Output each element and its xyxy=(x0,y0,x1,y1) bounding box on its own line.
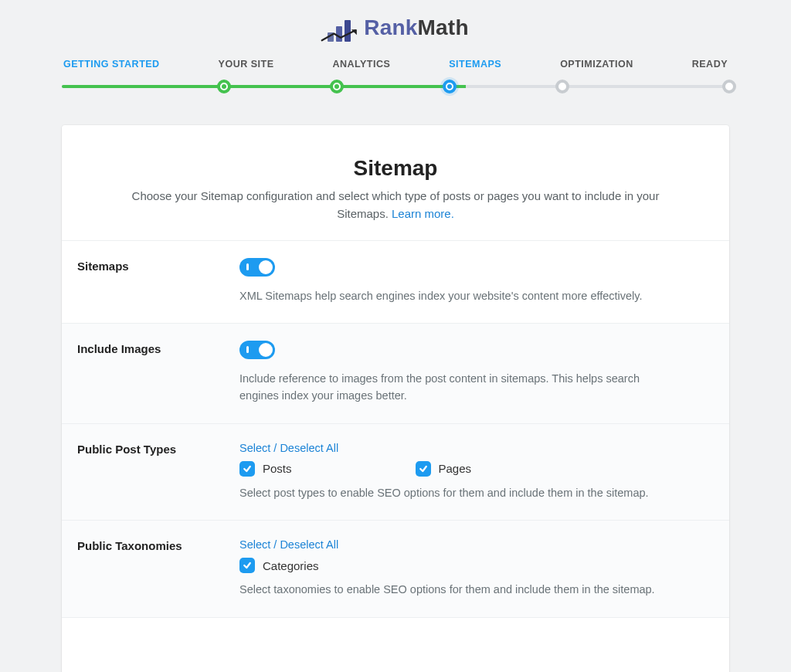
label-post-types: Public Post Types xyxy=(77,441,216,501)
check-categories[interactable]: Categories xyxy=(239,558,319,573)
step-analytics[interactable]: ANALYTICS xyxy=(332,59,390,70)
step-optimization[interactable]: OPTIMIZATION xyxy=(560,59,633,70)
step-node-optimization[interactable] xyxy=(555,80,569,93)
toggle-sitemaps[interactable] xyxy=(239,258,275,277)
check-categories-label: Categories xyxy=(263,559,319,572)
step-node-your-site[interactable] xyxy=(217,80,231,93)
step-node-ready[interactable] xyxy=(722,80,736,93)
step-node-sitemaps[interactable] xyxy=(443,80,457,93)
check-pages-label: Pages xyxy=(439,462,472,475)
checkbox-checked-icon xyxy=(239,558,255,573)
brand-name-math: Math xyxy=(418,15,469,39)
check-posts[interactable]: Posts xyxy=(239,461,292,477)
select-all-taxonomies[interactable]: Select / Deselect All xyxy=(239,538,338,551)
brand-name-rank: Rank xyxy=(364,15,417,39)
help-taxonomies: Select taxonomies to enable SEO options … xyxy=(239,581,672,598)
step-sitemaps[interactable]: SITEMAPS xyxy=(449,59,501,70)
label-include-images: Include Images xyxy=(77,341,216,405)
step-node-analytics[interactable] xyxy=(330,80,344,93)
wizard-stepper: GETTING STARTED YOUR SITE ANALYTICS SITE… xyxy=(62,59,729,94)
learn-more-link[interactable]: Learn more. xyxy=(392,207,454,220)
bar-chart-arrow-icon xyxy=(322,14,356,42)
toggle-include-images[interactable] xyxy=(239,341,275,359)
help-post-types: Select post types to enable SEO options … xyxy=(239,484,672,501)
label-sitemaps: Sitemaps xyxy=(77,258,216,304)
brand-logo: RankMath xyxy=(0,8,791,59)
page-title: Sitemap xyxy=(108,156,683,181)
step-ready[interactable]: READY xyxy=(692,59,728,70)
select-all-post-types[interactable]: Select / Deselect All xyxy=(239,442,338,454)
checkbox-checked-icon xyxy=(239,461,255,477)
help-sitemaps: XML Sitemaps help search engines index y… xyxy=(239,287,672,304)
card: Sitemap Choose your Sitemap configuratio… xyxy=(62,125,729,672)
label-taxonomies: Public Taxonomies xyxy=(77,538,216,598)
step-getting-started[interactable]: GETTING STARTED xyxy=(63,59,160,70)
step-your-site[interactable]: YOUR SITE xyxy=(219,59,274,70)
check-pages[interactable]: Pages xyxy=(416,461,472,477)
checkbox-checked-icon xyxy=(416,461,431,477)
help-include-images: Include reference to images from the pos… xyxy=(239,370,672,405)
check-posts-label: Posts xyxy=(263,462,292,475)
